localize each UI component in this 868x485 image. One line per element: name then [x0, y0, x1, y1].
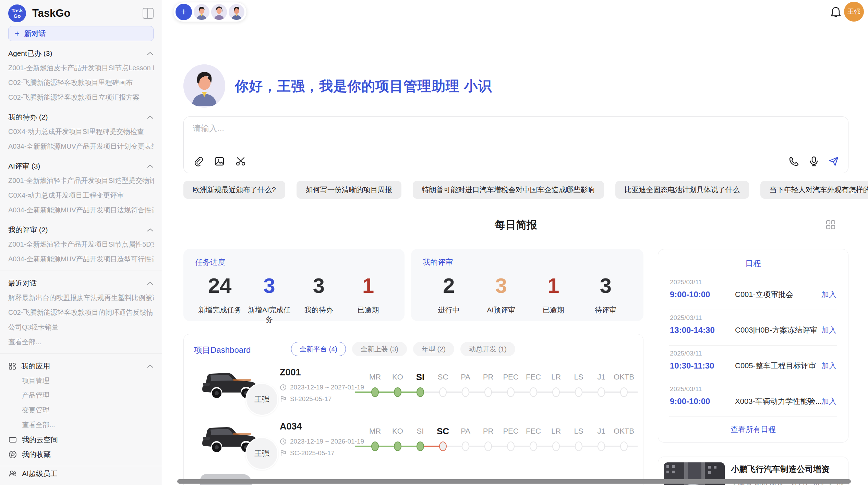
- recent-conversation-item[interactable]: C02-飞腾新能源轻客改款项目的闭环通告反馈情况: [8, 305, 154, 320]
- suggestion-chip[interactable]: 比亚迪全固态电池计划具体说了什么: [615, 181, 749, 199]
- sidebar-task-item[interactable]: Z001-全新燃油轻卡产品开发项目SI造型提交物评审: [8, 173, 154, 188]
- dashboard-tab[interactable]: 动总开发 (1): [460, 342, 515, 356]
- join-meeting-link[interactable]: 加入: [821, 396, 836, 407]
- chat-input[interactable]: [193, 123, 775, 147]
- sidebar-task-item[interactable]: A034-全新新能源MUV产品开发项目计划变更表编写: [8, 139, 154, 154]
- stat-value: 3: [244, 274, 294, 298]
- recent-conversation-item[interactable]: 解释最新出台的欧盟报废车法规再生塑料比例被调至15%...: [8, 290, 154, 305]
- milestone-labels: MRKOSISCPAPRPECFECLRLSJ1OKTB: [364, 371, 635, 383]
- sidebar-task-item[interactable]: C02-飞腾新能源轻客改款项目里程碑画布: [8, 75, 154, 90]
- sidebar-section-header[interactable]: 我的待办 (2): [8, 110, 154, 124]
- join-meeting-link[interactable]: 加入: [821, 361, 836, 371]
- stat-card-title: 我的评审: [423, 257, 632, 268]
- project-dashboard-card: 项目Dashboard 全新平台 (4)全新上装 (3)年型 (2)动总开发 (…: [183, 334, 643, 485]
- sidebar-link-favorites[interactable]: 我的收藏: [8, 447, 154, 462]
- sidebar-task-item[interactable]: C0X4-动力总成开发项目工程变更评审: [8, 188, 154, 203]
- screenshot-scissors-icon[interactable]: [235, 156, 246, 167]
- project-milestones: MRKOSISCPAPRPECFECLRLSJ1OKTB: [364, 371, 635, 398]
- agent-avatar-1[interactable]: [194, 4, 209, 20]
- stat-metric: 3AI预评审: [475, 274, 528, 315]
- favorites-icon: [8, 450, 17, 459]
- sidebar-task-item[interactable]: A034-全新新能源MUV产品开发项目法规符合性评审: [8, 203, 154, 217]
- schedule-date: 2025/03/11: [670, 278, 836, 286]
- send-icon[interactable]: [828, 156, 839, 167]
- sidebar-sections: Agent已办 (3)Z001-全新燃油皮卡产品开发项目SI节点Lesson L…: [8, 46, 154, 266]
- sidebar-task-item[interactable]: C02-飞腾新能源轻客改款项目立项汇报方案: [8, 90, 154, 105]
- attachment-icon[interactable]: [193, 156, 204, 167]
- sidebar-task-item[interactable]: Z001-全新燃油轻卡产品开发项目SI节点属性5D文件评审: [8, 237, 154, 252]
- sidebar-tool-write-helper[interactable]: 帮我写作: [8, 481, 154, 485]
- voice-call-icon[interactable]: [788, 156, 799, 167]
- new-chat-button[interactable]: + 新对话: [8, 26, 154, 41]
- horizontal-scrollbar[interactable]: [177, 479, 851, 484]
- milestone-label-PEC: PEC: [499, 371, 522, 383]
- schedule-item[interactable]: 2025/03/1113:00-14:30C003|H0B-方案冻结评审加入: [658, 310, 848, 346]
- recent-conversation-item[interactable]: 公司Q3轻卡销量: [8, 320, 154, 335]
- suggestion-chip[interactable]: 如何写一份清晰的项目周报: [297, 181, 401, 199]
- stat-value: 1: [527, 274, 580, 298]
- sidebar-header: Task Go TaskGo: [8, 3, 154, 23]
- cloud-space-icon: [8, 435, 17, 444]
- milestone-dot-SI: [417, 387, 424, 397]
- project-dates: 2023-12-19 ~ 2026-01-19: [280, 438, 364, 445]
- notification-bell-icon[interactable]: [830, 6, 842, 18]
- my-apps-item[interactable]: 项目管理: [8, 373, 154, 388]
- agent-avatar-2[interactable]: [211, 4, 227, 20]
- milestone-label-SC: SC: [432, 371, 454, 383]
- dashboard-title: 项目Dashboard: [194, 345, 251, 356]
- my-apps-item[interactable]: 产品管理: [8, 388, 154, 403]
- stat-metric: 24新增完成任务: [195, 274, 244, 324]
- suggestion-chip[interactable]: 欧洲新规最近颁布了什么?: [183, 181, 285, 199]
- sidebar-task-item[interactable]: Z001-全新燃油皮卡产品开发项目SI节点Lesson Learn报告: [8, 61, 154, 75]
- milestone-dot-PR: [484, 442, 492, 451]
- agent-avatar-3[interactable]: [229, 4, 244, 20]
- sidebar-section-header[interactable]: AI评审 (3): [8, 159, 154, 173]
- sidebar-collapse-icon[interactable]: [143, 8, 154, 19]
- my-apps-header[interactable]: 我的应用: [8, 359, 154, 373]
- project-row-Z001[interactable]: 王强Z0012023-12-19 ~ 2027-01-19SI-2025-05-…: [194, 361, 633, 412]
- layout-grid-icon[interactable]: [825, 219, 836, 230]
- join-meeting-link[interactable]: 加入: [821, 325, 836, 335]
- milestone-label-KO: KO: [386, 371, 409, 383]
- stat-label: 我的待办: [294, 305, 343, 315]
- sidebar-section-header[interactable]: 我的评审 (2): [8, 222, 154, 237]
- schedule-list: 2025/03/119:00-10:00C001-立项审批会加入2025/03/…: [658, 274, 848, 417]
- add-agent-button[interactable]: +: [176, 4, 192, 20]
- suggestion-chip[interactable]: 当下年轻人对汽车外观有怎样的喜好趋势: [760, 181, 868, 199]
- my-apps-item[interactable]: 变更管理: [8, 403, 154, 418]
- project-row-A034[interactable]: 王强A0342023-12-19 ~ 2026-01-19SC-2025-05-…: [194, 415, 633, 467]
- sidebar-task-item[interactable]: A034-全新新能源MUV产品开发项目造型可行性评审: [8, 252, 154, 266]
- milestone-label-LR: LR: [545, 371, 567, 383]
- milestone-dot-OKTB: [620, 387, 628, 397]
- user-avatar[interactable]: 王强: [844, 2, 864, 22]
- dashboard-tab[interactable]: 全新平台 (4): [291, 342, 346, 356]
- dashboard-tab[interactable]: 全新上装 (3): [352, 342, 407, 356]
- stat-label: AI预评审: [475, 305, 528, 315]
- image-upload-icon[interactable]: [214, 156, 225, 167]
- chat-input-card: [183, 116, 848, 173]
- greeting-row: 你好，王强，我是你的项目管理助理 小识: [183, 64, 492, 108]
- schedule-item[interactable]: 2025/03/119:00-10:00X003-车辆动力学性能验...加入: [658, 381, 848, 417]
- project-code: A034: [280, 421, 302, 432]
- milestone-label-SC: SC: [432, 425, 454, 437]
- stat-metrics: 24新增完成任务3新增AI完成任务3我的待办1已逾期: [195, 274, 393, 324]
- schedule-item[interactable]: 2025/03/119:00-10:00C001-立项审批会加入: [658, 274, 848, 310]
- schedule-item[interactable]: 2025/03/1110:30-11:30C005-整车工程目标评审加入: [658, 346, 848, 381]
- sidebar-link-cloud-space[interactable]: 我的云空间: [8, 432, 154, 447]
- sidebar-tool-ai-staff[interactable]: AI超级员工: [8, 466, 154, 481]
- dashboard-tab[interactable]: 年型 (2): [413, 342, 454, 356]
- sidebar-section-header[interactable]: Agent已办 (3): [8, 46, 154, 61]
- stat-card-title: 任务进度: [195, 257, 393, 268]
- project-flag-milestone: SI-2025-05-17: [280, 395, 331, 403]
- suggestion-chip[interactable]: 特朗普可能对进口汽车增税会对中国车企造成哪些影响: [413, 181, 604, 199]
- join-meeting-link[interactable]: 加入: [821, 289, 836, 300]
- milestone-track: [364, 440, 635, 452]
- apps-grid-icon: [8, 362, 16, 370]
- my-apps-item[interactable]: 查看全部...: [8, 418, 154, 432]
- microphone-icon[interactable]: [808, 156, 819, 167]
- recent-conversation-item[interactable]: 查看全部...: [8, 335, 154, 349]
- main-area: + 王强 你好，王强，我是你的项目管理助理 小识: [162, 0, 868, 485]
- recent-conversations-header[interactable]: 最近对话: [8, 276, 154, 290]
- sidebar-task-item[interactable]: C0X4-动力总成开发项目SI里程碑提交物检查: [8, 124, 154, 139]
- view-all-schedule-link[interactable]: 查看所有日程: [658, 424, 848, 435]
